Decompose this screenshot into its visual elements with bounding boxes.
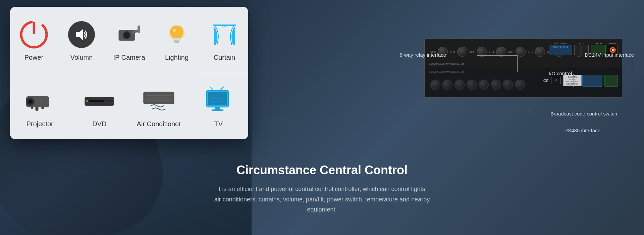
ac-label: Air Conditioner	[137, 120, 181, 128]
power-label: Power	[24, 54, 44, 61]
io-label: I/O control	[549, 70, 572, 76]
projector-icon-wrapper	[25, 86, 55, 116]
panel-item-tv[interactable]: TV	[189, 73, 249, 140]
ac-icon	[143, 89, 175, 114]
projector-label: Projector	[26, 120, 53, 128]
panel-item-curtain[interactable]: Curtain	[201, 7, 248, 73]
volume-label: Volumn	[70, 54, 93, 61]
ipcamera-icon-wrapper	[114, 19, 144, 50]
ac-icon-wrapper	[144, 86, 174, 116]
panel-item-ac[interactable]: Air Conditioner	[129, 73, 189, 140]
curtain-icon	[211, 21, 238, 48]
panel-bottom-row: Projector DVD	[10, 73, 248, 140]
panel-item-projector[interactable]: Projector	[10, 73, 70, 140]
brand-text: Guangzhou DSPPA Audio Co.,Ltd.	[429, 63, 465, 65]
power-icon	[20, 21, 47, 48]
projector-icon	[25, 89, 55, 113]
panel-top-row: Power Volumn	[10, 7, 248, 73]
curtain-label: Curtain	[214, 54, 235, 61]
svg-rect-13	[174, 41, 179, 43]
svg-point-6	[125, 34, 128, 37]
dc24v-label: DC24V input interface	[585, 52, 634, 58]
dvd-label: DVD	[92, 120, 106, 128]
tv-icon	[205, 88, 232, 114]
ipcamera-label: IP Camera	[113, 54, 145, 61]
annotation-rs485: RS485 interface	[564, 128, 600, 134]
panel-item-lighting[interactable]: Lighting	[153, 7, 201, 73]
lighting-label: Lighting	[165, 54, 189, 61]
brand-text-bottom: Guangzhou DSPPA Audio Co.,Ltd.	[429, 71, 465, 73]
panel-item-dvd[interactable]: DVD	[70, 73, 129, 140]
svg-rect-43	[212, 109, 223, 111]
svg-rect-12	[173, 40, 180, 41]
panel-item-volume[interactable]: Volumn	[58, 7, 105, 73]
lighting-icon-wrapper	[162, 19, 192, 50]
svg-rect-28	[35, 107, 38, 111]
svg-line-40	[210, 87, 213, 90]
main-title: Circumstance Central Control	[205, 163, 439, 177]
control-panel: Power Volumn	[10, 7, 248, 139]
curtain-icon-wrapper	[209, 19, 239, 50]
panel-item-power[interactable]: Power	[10, 7, 58, 73]
volume-icon-wrapper	[66, 19, 97, 50]
volume-circle	[68, 21, 95, 48]
tv-label: TV	[214, 120, 223, 128]
svg-rect-27	[41, 106, 44, 109]
panel-item-ipcamera[interactable]: IP Camera	[105, 7, 153, 73]
svg-rect-42	[215, 107, 220, 110]
svg-rect-11	[173, 38, 181, 40]
relay-device: Guangzhou DSPPA Audio Co.,Ltd. CH8 CH7 C…	[424, 39, 622, 99]
svg-line-41	[220, 87, 223, 90]
center-content: Circumstance Central Control It is an ef…	[205, 163, 439, 215]
svg-point-33	[87, 100, 88, 102]
svg-point-14	[173, 29, 176, 32]
tv-icon-wrapper	[203, 86, 233, 116]
annotation-broadcast: Broadcast code control switch	[550, 111, 617, 117]
relay-label: 8-way relay interface	[400, 52, 446, 58]
broadcast-label: Broadcast code control switch	[550, 111, 617, 116]
power-icon-wrapper	[19, 19, 49, 50]
svg-rect-26	[31, 106, 33, 109]
svg-point-18	[225, 25, 227, 27]
annotation-io: I/O control	[549, 70, 572, 77]
svg-rect-30	[89, 100, 104, 102]
svg-point-22	[29, 100, 32, 103]
dvd-icon-wrapper	[84, 86, 114, 116]
svg-marker-2	[76, 29, 83, 40]
svg-rect-8	[138, 26, 140, 33]
annotation-dc24v: DC24V input interface	[585, 52, 634, 58]
description-text: It is an efficient and powerful central …	[205, 184, 439, 215]
svg-point-32	[111, 100, 114, 103]
bulb-icon	[163, 21, 190, 48]
annotation-relay: 8-way relay interface	[400, 52, 446, 58]
camera-icon	[114, 21, 144, 48]
svg-point-31	[107, 100, 110, 103]
svg-point-10	[170, 26, 183, 39]
volume-icon	[73, 27, 90, 43]
rs485-label: RS485 interface	[564, 128, 600, 133]
dvd-icon	[84, 93, 114, 109]
